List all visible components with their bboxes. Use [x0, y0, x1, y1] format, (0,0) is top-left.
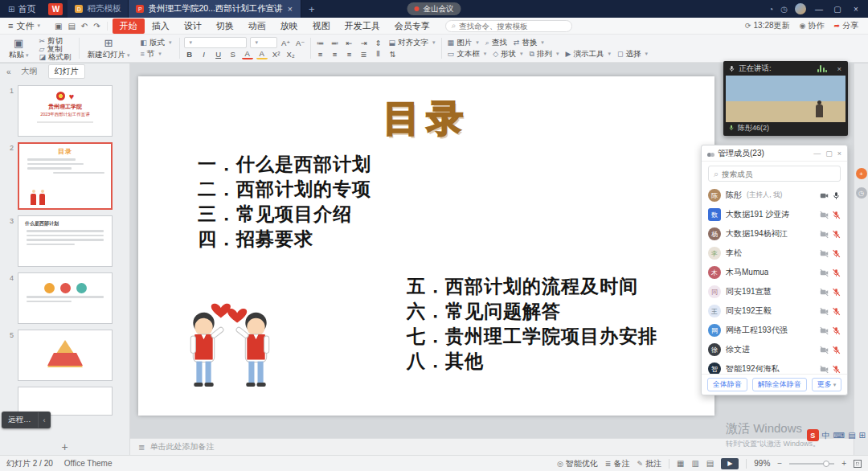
- toc-list-left[interactable]: 一．什么是西部计划 二．西部计划的专项 三．常见项目介绍 四．招募要求: [198, 152, 371, 252]
- maximize-icon[interactable]: ▢: [825, 149, 833, 158]
- text-direction-button[interactable]: ⇅: [387, 49, 399, 59]
- screen-icon[interactable]: [820, 191, 829, 200]
- close-tab-icon[interactable]: ×: [287, 4, 293, 14]
- meeting-indicator[interactable]: 金山会议: [407, 2, 461, 15]
- member-row[interactable]: 木 木马Mumua: [702, 263, 847, 282]
- mute-all-button[interactable]: 全体静音: [707, 378, 747, 391]
- layout-button[interactable]: ◧版式: [139, 39, 174, 47]
- tab-current-document[interactable]: P 贵州理工学院20...西部计划工作宣讲 ×: [129, 0, 301, 18]
- increase-font-button[interactable]: A⁺: [280, 38, 292, 48]
- member-row[interactable]: 杨 大数据194杨祠江: [702, 224, 847, 244]
- member-row[interactable]: 徐 徐文进: [702, 340, 847, 359]
- tab-outline[interactable]: 大纲: [16, 65, 43, 78]
- wps-logo[interactable]: W: [48, 3, 63, 15]
- align-text-button[interactable]: ⬓对齐文字: [387, 39, 437, 47]
- tab-template-store[interactable]: D 稻壳模板: [68, 0, 129, 18]
- camera-off-icon[interactable]: [820, 211, 829, 219]
- zoom-slider[interactable]: [789, 463, 834, 465]
- home-button[interactable]: ⊞ 首页: [0, 0, 43, 18]
- redo-icon[interactable]: ↷: [93, 22, 100, 31]
- speaker-video-thumbnail[interactable]: [726, 76, 845, 122]
- member-row[interactable]: 王 同安192王毅: [702, 301, 847, 321]
- mic-muted-icon[interactable]: [832, 268, 841, 277]
- format-painter-button[interactable]: ◪格式刷: [38, 53, 73, 61]
- mic-muted-icon[interactable]: [832, 249, 841, 258]
- distribute-button[interactable]: ⫴: [373, 49, 384, 59]
- toolbox-icon[interactable]: ▤: [848, 431, 855, 440]
- find-button[interactable]: ⌕查找: [484, 39, 509, 47]
- new-slide-button[interactable]: ⊞ 新建幻灯片: [82, 36, 136, 60]
- font-name-select[interactable]: [184, 37, 247, 48]
- strikethrough-button[interactable]: S: [227, 49, 239, 59]
- slideshow-play-button[interactable]: ▶: [721, 458, 739, 469]
- skin-icon[interactable]: ◔: [768, 5, 773, 14]
- textbox-button[interactable]: ▭文本框: [446, 50, 489, 58]
- mic-muted-icon[interactable]: [832, 230, 841, 239]
- arrange-button[interactable]: ⧉排列: [528, 50, 561, 58]
- floating-widget[interactable]: 远程… ‹: [2, 412, 51, 428]
- mic-muted-icon[interactable]: [832, 326, 841, 335]
- replace-button[interactable]: ⇄替换: [512, 39, 546, 47]
- keyboard-icon[interactable]: ⌨: [833, 431, 845, 440]
- menu-view[interactable]: 视图: [305, 18, 338, 34]
- undo-icon[interactable]: ↶: [81, 22, 88, 31]
- comments-toggle-button[interactable]: ✎批注: [637, 458, 661, 469]
- minimize-icon[interactable]: —: [813, 149, 821, 158]
- ime-language-toggle[interactable]: 中: [822, 430, 830, 441]
- slide-2[interactable]: 目录 一．什么是西部计划 二．西部计划的专项 三．常见项目介绍 四．招募要求 五…: [138, 76, 714, 416]
- print-icon[interactable]: ▤: [68, 22, 75, 31]
- add-slide-button[interactable]: +: [0, 440, 129, 454]
- file-menu-button[interactable]: ≡ 文件 ▾: [0, 20, 48, 32]
- bullets-button[interactable]: ≔: [315, 38, 326, 48]
- mic-muted-icon[interactable]: [832, 365, 841, 374]
- slide-thumbnail[interactable]: 1 ♥ 贵州理工学院 2023年西部计划工作宣讲: [0, 85, 123, 137]
- reading-view-icon[interactable]: ▤: [706, 459, 714, 468]
- notes-toggle-button[interactable]: ≣备注: [605, 458, 630, 469]
- slide-thumbnail-selected[interactable]: 2 目录: [0, 142, 123, 210]
- history-icon[interactable]: ◷: [856, 187, 867, 199]
- close-icon[interactable]: ×: [837, 149, 841, 158]
- command-search-box[interactable]: ⌕: [445, 20, 572, 32]
- notify-icon[interactable]: ◷: [780, 5, 788, 14]
- slide-title[interactable]: 目录: [138, 94, 714, 144]
- new-tab-button[interactable]: +: [301, 3, 322, 15]
- unmute-all-button[interactable]: 解除全体静音: [752, 378, 807, 391]
- mic-muted-icon[interactable]: [832, 346, 841, 354]
- subscript-button[interactable]: X₂: [285, 49, 297, 59]
- sync-status[interactable]: ⟳13:28更新: [745, 20, 790, 31]
- zoom-out-icon[interactable]: −: [777, 459, 782, 468]
- font-color-button[interactable]: A: [242, 49, 253, 59]
- select-button[interactable]: ◻选择: [616, 50, 649, 58]
- fullscreen-icon[interactable]: [854, 460, 862, 468]
- member-row[interactable]: 数 大数据191 沙亚涛: [702, 205, 847, 224]
- italic-button[interactable]: I: [199, 49, 210, 59]
- camera-off-icon[interactable]: [820, 307, 829, 316]
- command-search-input[interactable]: [459, 22, 555, 31]
- settings-grid-icon[interactable]: ⊞: [859, 431, 866, 440]
- menu-insert[interactable]: 插入: [145, 18, 177, 34]
- menu-start[interactable]: 开始: [113, 18, 145, 34]
- member-row[interactable]: 李 李松: [702, 244, 847, 263]
- volunteers-illustration[interactable]: [177, 263, 283, 401]
- camera-off-icon[interactable]: [820, 268, 829, 277]
- mic-muted-icon[interactable]: [832, 288, 841, 297]
- menu-slideshow[interactable]: 放映: [273, 18, 305, 34]
- chevron-left-icon[interactable]: ‹: [38, 412, 51, 428]
- justify-button[interactable]: ≣: [358, 49, 370, 59]
- input-method-logo[interactable]: S: [807, 429, 819, 441]
- zoom-in-icon[interactable]: +: [841, 459, 846, 468]
- collapse-panel-icon[interactable]: «: [6, 68, 11, 76]
- member-row[interactable]: 陈 陈彤 (主持人, 我): [702, 186, 847, 205]
- normal-view-icon[interactable]: ▦: [677, 459, 684, 468]
- decrease-font-button[interactable]: A⁻: [295, 38, 306, 48]
- menu-membership[interactable]: 会员专享: [387, 18, 437, 34]
- maximize-button[interactable]: ▢: [832, 5, 843, 14]
- slide-thumbnail[interactable]: 5: [0, 330, 123, 381]
- shapes-button[interactable]: ◇形状: [491, 50, 524, 58]
- decrease-indent-button[interactable]: ⇤: [344, 38, 355, 48]
- mic-muted-icon[interactable]: [832, 211, 841, 219]
- menu-transition[interactable]: 切换: [209, 18, 241, 34]
- collaborate-button[interactable]: ◉协作: [800, 20, 825, 31]
- member-row[interactable]: 同 同安191宣慧: [702, 282, 847, 301]
- align-center-button[interactable]: ≡: [330, 49, 341, 59]
